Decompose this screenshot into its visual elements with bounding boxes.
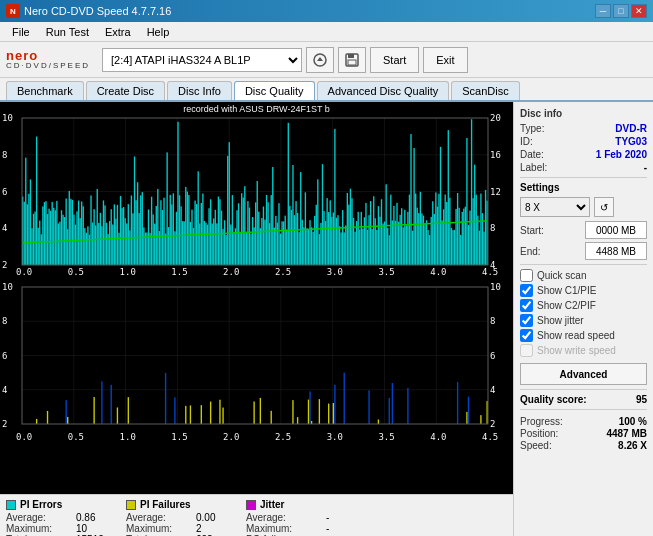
right-panel: Disc info Type: DVD-R ID: TYG03 Date: 1 … — [513, 102, 653, 536]
jitter-checkbox[interactable] — [520, 314, 533, 327]
jitter-avg-label: Average: — [246, 512, 286, 523]
progress-row: Progress: 100 % — [520, 416, 647, 427]
disc-info-title: Disc info — [520, 108, 647, 119]
speed-refresh-button[interactable]: ↺ — [594, 197, 614, 217]
speed-prog-row: Speed: 8.26 X — [520, 440, 647, 451]
quality-score-row: Quality score: 95 — [520, 394, 647, 405]
tab-advanced-disc-quality[interactable]: Advanced Disc Quality — [317, 81, 450, 100]
quality-score-value: 95 — [636, 394, 647, 405]
maximize-button[interactable]: □ — [613, 4, 629, 18]
quick-scan-label: Quick scan — [537, 270, 586, 281]
c2-pif-row: Show C2/PIF — [520, 299, 647, 312]
pi-errors-color — [6, 500, 16, 510]
disc-label-row: Label: - — [520, 162, 647, 173]
pi-failures-avg: Average: 0.00 — [126, 512, 236, 523]
c2-pif-label: Show C2/PIF — [537, 300, 596, 311]
pi-errors-header: PI Errors — [6, 499, 116, 510]
pi-errors-group: PI Errors Average: 0.86 Maximum: 10 Tota… — [6, 499, 116, 536]
exit-button[interactable]: Exit — [423, 47, 467, 73]
position-value: 4487 MB — [606, 428, 647, 439]
close-button[interactable]: ✕ — [631, 4, 647, 18]
jitter-avg-value: - — [326, 512, 366, 523]
jitter-header: Jitter — [246, 499, 366, 510]
tabs: Benchmark Create Disc Disc Info Disc Qua… — [0, 78, 653, 102]
pi-failures-group: PI Failures Average: 0.00 Maximum: 2 Tot… — [126, 499, 236, 536]
type-value: DVD-R — [615, 123, 647, 134]
title-bar-left: N Nero CD-DVD Speed 4.7.7.16 — [6, 4, 171, 18]
pi-errors-avg-label: Average: — [6, 512, 46, 523]
pi-failures-header: PI Failures — [126, 499, 236, 510]
position-label: Position: — [520, 428, 558, 439]
tab-disc-info[interactable]: Disc Info — [167, 81, 232, 100]
divider3 — [520, 389, 647, 390]
quality-score-label: Quality score: — [520, 394, 587, 405]
menu-file[interactable]: File — [4, 24, 38, 40]
end-mb-input[interactable] — [585, 242, 647, 260]
nero-logo: nero CD·DVD/SPEED — [6, 49, 90, 70]
disc-id-row: ID: TYG03 — [520, 136, 647, 147]
pi-errors-label: PI Errors — [20, 499, 62, 510]
pi-failures-max-value: 2 — [196, 523, 236, 534]
disc-type-row: Type: DVD-R — [520, 123, 647, 134]
tab-create-disc[interactable]: Create Disc — [86, 81, 165, 100]
divider2 — [520, 264, 647, 265]
tab-scan-disc[interactable]: ScanDisc — [451, 81, 519, 100]
quick-scan-checkbox[interactable] — [520, 269, 533, 282]
start-mb-input[interactable] — [585, 221, 647, 239]
pi-failures-max-label: Maximum: — [126, 523, 172, 534]
date-value: 1 Feb 2020 — [596, 149, 647, 160]
jitter-max: Maximum: - — [246, 523, 366, 534]
title-bar: N Nero CD-DVD Speed 4.7.7.16 ─ □ ✕ — [0, 0, 653, 22]
pi-failures-max: Maximum: 2 — [126, 523, 236, 534]
start-button[interactable]: Start — [370, 47, 419, 73]
main-area: recorded with ASUS DRW-24F1ST b PI Error… — [0, 102, 653, 536]
pi-errors-max-label: Maximum: — [6, 523, 52, 534]
c1-pie-label: Show C1/PIE — [537, 285, 596, 296]
speed-select[interactable]: 8 X — [520, 197, 590, 217]
progress-section: Progress: 100 % Position: 4487 MB Speed:… — [520, 416, 647, 451]
end-mb-label: End: — [520, 246, 541, 257]
menu-run-test[interactable]: Run Test — [38, 24, 97, 40]
id-value: TYG03 — [615, 136, 647, 147]
pi-failures-avg-value: 0.00 — [196, 512, 236, 523]
jitter-row: Show jitter — [520, 314, 647, 327]
jitter-max-value: - — [326, 523, 366, 534]
c2-pif-checkbox[interactable] — [520, 299, 533, 312]
progress-label: Progress: — [520, 416, 563, 427]
save-button[interactable] — [338, 47, 366, 73]
recorded-label: recorded with ASUS DRW-24F1ST b — [183, 104, 330, 114]
menu-extra[interactable]: Extra — [97, 24, 139, 40]
charts-container: recorded with ASUS DRW-24F1ST b — [0, 102, 513, 494]
pi-failures-avg-label: Average: — [126, 512, 166, 523]
chart-stats-area: recorded with ASUS DRW-24F1ST b PI Error… — [0, 102, 513, 536]
advanced-button[interactable]: Advanced — [520, 363, 647, 385]
pi-errors-avg: Average: 0.86 — [6, 512, 116, 523]
minimize-button[interactable]: ─ — [595, 4, 611, 18]
speed-row: 8 X ↺ — [520, 197, 647, 217]
title-bar-title: Nero CD-DVD Speed 4.7.7.16 — [24, 5, 171, 17]
tab-disc-quality[interactable]: Disc Quality — [234, 81, 315, 100]
stats-area: PI Errors Average: 0.86 Maximum: 10 Tota… — [0, 494, 513, 536]
menu-bar: File Run Test Extra Help — [0, 22, 653, 42]
read-speed-row: Show read speed — [520, 329, 647, 342]
id-label: ID: — [520, 136, 533, 147]
nero-logo-bottom: CD·DVD/SPEED — [6, 62, 90, 70]
pi-errors-max-value: 10 — [76, 523, 116, 534]
read-speed-checkbox[interactable] — [520, 329, 533, 342]
speed-prog-value: 8.26 X — [618, 440, 647, 451]
divider4 — [520, 409, 647, 410]
toolbar: nero CD·DVD/SPEED [2:4] ATAPI iHAS324 A … — [0, 42, 653, 78]
eject-button[interactable] — [306, 47, 334, 73]
drive-select[interactable]: [2:4] ATAPI iHAS324 A BL1P — [102, 48, 302, 72]
progress-value: 100 % — [619, 416, 647, 427]
svg-rect-2 — [348, 54, 354, 58]
read-speed-label: Show read speed — [537, 330, 615, 341]
settings-title: Settings — [520, 182, 647, 193]
write-speed-checkbox[interactable] — [520, 344, 533, 357]
menu-help[interactable]: Help — [139, 24, 178, 40]
pi-failures-color — [126, 500, 136, 510]
jitter-label: Jitter — [260, 499, 284, 510]
title-bar-buttons: ─ □ ✕ — [595, 4, 647, 18]
c1-pie-checkbox[interactable] — [520, 284, 533, 297]
tab-benchmark[interactable]: Benchmark — [6, 81, 84, 100]
